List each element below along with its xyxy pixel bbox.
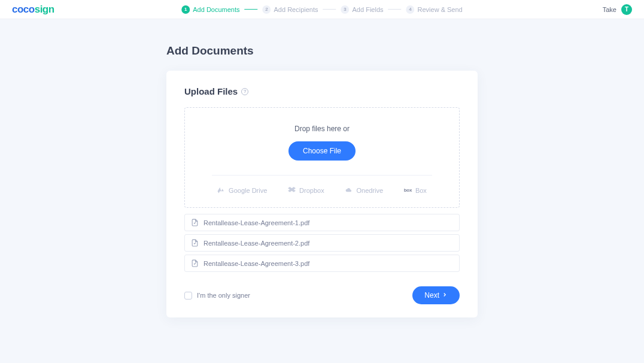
file-name: Rentallease-Lease-Agreement-1.pdf	[203, 219, 309, 226]
box-icon: box	[404, 186, 412, 194]
step-number: 2	[263, 5, 271, 14]
step-connector	[323, 9, 336, 10]
stepper: 1 Add Documents 2 Add Recipients 3 Add F…	[181, 5, 462, 14]
file-name: Rentallease-Lease-Agreement-2.pdf	[203, 240, 309, 247]
section-title-text: Upload Files	[184, 86, 238, 96]
provider-dropbox[interactable]: Dropbox	[288, 186, 324, 194]
provider-label: Google Drive	[229, 187, 267, 194]
top-bar: cocosign 1 Add Documents 2 Add Recipient…	[0, 0, 644, 19]
section-title: Upload Files ?	[184, 86, 460, 96]
google-drive-icon	[217, 186, 225, 194]
provider-google-drive[interactable]: Google Drive	[217, 186, 267, 194]
file-name: Rentallease-Lease-Agreement-3.pdf	[203, 260, 309, 267]
step-add-fields[interactable]: 3 Add Fields	[341, 5, 384, 14]
step-add-documents[interactable]: 1 Add Documents	[181, 5, 239, 14]
next-button[interactable]: Next	[412, 286, 460, 304]
document-icon	[191, 259, 199, 267]
chevron-right-icon	[442, 291, 448, 300]
checkbox-box	[184, 292, 192, 300]
document-icon	[191, 219, 199, 226]
step-add-recipients[interactable]: 2 Add Recipients	[263, 5, 318, 14]
page-title: Add Documents	[166, 44, 478, 58]
upload-card: Upload Files ? Drop files here or Choose…	[166, 71, 478, 317]
step-label: Add Documents	[193, 6, 239, 13]
only-signer-checkbox[interactable]: I'm the only signer	[184, 292, 250, 300]
step-label: Add Fields	[353, 6, 384, 13]
provider-label: Box	[415, 187, 427, 194]
step-number: 1	[181, 5, 190, 14]
provider-label: Onedrive	[356, 187, 383, 194]
logo-part-2: sign	[35, 4, 54, 15]
cloud-providers: Google Drive Dropbox Onedrive box Bo	[207, 186, 438, 194]
choose-file-button[interactable]: Choose File	[288, 141, 356, 161]
only-signer-label: I'm the only signer	[197, 292, 250, 299]
file-item[interactable]: Rentallease-Lease-Agreement-2.pdf	[184, 234, 460, 252]
divider	[212, 175, 432, 176]
card-footer: I'm the only signer Next	[184, 286, 460, 304]
user-name: Take	[603, 6, 616, 13]
main-content: Add Documents Upload Files ? Drop files …	[0, 19, 644, 317]
onedrive-icon	[345, 186, 353, 194]
uploaded-files: Rentallease-Lease-Agreement-1.pdf Rental…	[184, 214, 460, 272]
file-item[interactable]: Rentallease-Lease-Agreement-3.pdf	[184, 255, 460, 272]
help-icon[interactable]: ?	[241, 88, 248, 95]
step-number: 3	[341, 5, 350, 14]
step-label: Add Recipients	[274, 6, 318, 13]
dropzone[interactable]: Drop files here or Choose File Google Dr…	[184, 107, 460, 208]
step-number: 4	[406, 5, 415, 14]
dropbox-icon	[288, 186, 296, 194]
brand-logo[interactable]: cocosign	[12, 4, 54, 16]
provider-onedrive[interactable]: Onedrive	[345, 186, 383, 194]
step-label: Review & Send	[418, 6, 463, 13]
step-connector	[245, 9, 258, 10]
step-connector	[388, 9, 402, 10]
logo-part-1: coco	[12, 4, 35, 15]
drop-text: Drop files here or	[294, 125, 350, 133]
provider-label: Dropbox	[299, 187, 324, 194]
provider-box[interactable]: box Box	[404, 186, 427, 194]
document-icon	[191, 239, 199, 247]
step-review-send[interactable]: 4 Review & Send	[406, 5, 463, 14]
user-menu[interactable]: Take T	[603, 4, 632, 15]
avatar: T	[621, 4, 632, 15]
file-item[interactable]: Rentallease-Lease-Agreement-1.pdf	[184, 214, 460, 231]
next-label: Next	[424, 291, 439, 300]
